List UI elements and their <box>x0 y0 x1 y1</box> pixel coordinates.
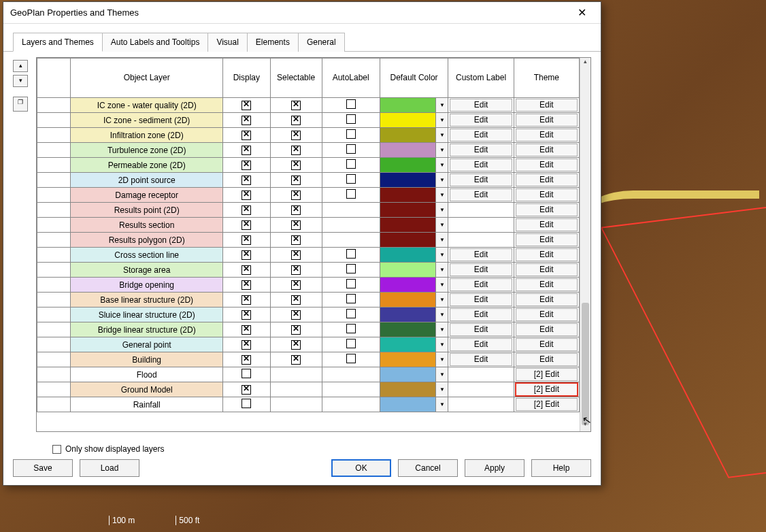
display-cell[interactable] <box>223 203 270 218</box>
display-cell[interactable] <box>223 263 270 278</box>
display-cell[interactable] <box>223 307 270 322</box>
display-cell[interactable] <box>223 143 270 158</box>
display-cell[interactable] <box>223 218 270 233</box>
row-header[interactable] <box>37 352 71 367</box>
selectable-cell[interactable] <box>270 188 322 203</box>
color-swatch[interactable] <box>380 233 436 247</box>
tab-auto-labels-and-tooltips[interactable]: Auto Labels and Tooltips <box>102 33 209 52</box>
custom-label-cell[interactable]: Edit <box>448 307 514 322</box>
row-header[interactable] <box>37 278 71 293</box>
row-header[interactable] <box>37 218 71 233</box>
display-cell[interactable] <box>223 367 270 382</box>
color-dropdown-icon[interactable]: ▼ <box>435 173 448 187</box>
selectable-cell[interactable] <box>270 263 322 278</box>
display-cell[interactable] <box>223 337 270 352</box>
tab-visual[interactable]: Visual <box>207 33 247 52</box>
autolabel-cell[interactable] <box>322 248 380 263</box>
custom-label-cell[interactable]: Edit <box>448 173 514 188</box>
autolabel-cell-checkbox[interactable] <box>346 309 356 318</box>
layer-name-cell[interactable]: Results section <box>71 218 223 233</box>
col-display[interactable]: Display <box>223 59 270 98</box>
custom-label-cell-button[interactable]: Edit <box>450 263 512 276</box>
color-cell[interactable]: ▼ <box>380 218 448 233</box>
theme-cell-button[interactable]: Edit <box>516 248 578 261</box>
color-dropdown-icon[interactable]: ▼ <box>435 382 448 397</box>
color-dropdown-icon[interactable]: ▼ <box>435 233 448 247</box>
custom-label-cell[interactable]: Edit <box>448 188 514 203</box>
row-header[interactable] <box>37 397 71 412</box>
display-cell-checkbox[interactable] <box>242 310 251 320</box>
selectable-cell-checkbox[interactable] <box>291 131 301 140</box>
theme-cell[interactable]: Edit <box>514 278 579 293</box>
theme-cell-button[interactable]: Edit <box>516 218 578 231</box>
row-header[interactable] <box>37 367 71 382</box>
display-cell-checkbox[interactable] <box>242 250 251 260</box>
autolabel-cell[interactable] <box>322 352 380 367</box>
layer-name-cell[interactable]: Flood <box>71 367 223 382</box>
custom-label-cell[interactable]: Edit <box>448 128 514 143</box>
theme-cell[interactable]: Edit <box>514 218 579 233</box>
selectable-cell[interactable] <box>270 337 322 352</box>
custom-label-cell[interactable]: Edit <box>448 98 514 113</box>
display-cell[interactable] <box>223 248 270 263</box>
autolabel-cell[interactable] <box>322 337 380 352</box>
display-cell[interactable] <box>223 233 270 248</box>
display-cell-checkbox[interactable] <box>242 355 251 365</box>
theme-cell[interactable]: Edit <box>514 263 579 278</box>
autolabel-cell-checkbox[interactable] <box>346 114 356 124</box>
selectable-cell-checkbox[interactable] <box>291 280 301 290</box>
display-cell-checkbox[interactable] <box>242 190 251 200</box>
row-header[interactable] <box>37 113 71 128</box>
cancel-button[interactable]: Cancel <box>398 459 458 477</box>
color-cell[interactable]: ▼ <box>380 382 448 397</box>
color-swatch[interactable] <box>380 293 436 307</box>
theme-cell[interactable]: Edit <box>514 188 579 203</box>
selectable-cell[interactable] <box>270 113 322 128</box>
color-swatch[interactable] <box>380 352 436 367</box>
selectable-cell-checkbox[interactable] <box>291 161 301 170</box>
close-icon[interactable]: ✕ <box>568 6 595 19</box>
autolabel-cell[interactable] <box>322 293 380 307</box>
row-header[interactable] <box>37 128 71 143</box>
color-dropdown-icon[interactable]: ▼ <box>435 352 448 367</box>
custom-label-cell[interactable]: Edit <box>448 113 514 128</box>
layer-name-cell[interactable]: Infiltration zone (2D) <box>71 128 223 143</box>
color-cell[interactable]: ▼ <box>380 352 448 367</box>
theme-cell-button[interactable]: Edit <box>516 114 578 127</box>
row-header[interactable] <box>37 293 71 307</box>
display-cell-checkbox[interactable] <box>242 369 251 378</box>
row-header[interactable] <box>37 143 71 158</box>
load-button[interactable]: Load <box>80 459 139 477</box>
only-show-checkbox[interactable] <box>52 445 61 454</box>
selectable-cell[interactable] <box>270 293 322 307</box>
row-header[interactable] <box>37 307 71 322</box>
row-header[interactable] <box>37 188 71 203</box>
color-cell[interactable]: ▼ <box>380 98 448 113</box>
layer-name-cell[interactable]: IC zone - sediment (2D) <box>71 113 223 128</box>
tab-general[interactable]: General <box>298 33 345 52</box>
color-cell[interactable]: ▼ <box>380 397 448 412</box>
display-cell-checkbox[interactable] <box>242 161 251 170</box>
display-cell-checkbox[interactable] <box>242 176 251 185</box>
color-cell[interactable]: ▼ <box>380 143 448 158</box>
theme-cell[interactable]: Edit <box>514 203 579 218</box>
row-header[interactable] <box>37 173 71 188</box>
selectable-cell[interactable] <box>270 352 322 367</box>
custom-label-cell-button[interactable]: Edit <box>450 159 512 171</box>
selectable-cell-checkbox[interactable] <box>291 325 301 335</box>
custom-label-cell-button[interactable]: Edit <box>450 308 512 321</box>
col-autolabel[interactable]: AutoLabel <box>322 59 380 98</box>
theme-cell-button[interactable]: Edit <box>516 203 578 216</box>
display-cell[interactable] <box>223 188 270 203</box>
theme-cell-button[interactable]: Edit <box>516 129 578 142</box>
help-button[interactable]: Help <box>531 459 591 477</box>
layer-name-cell[interactable]: Sluice linear structure (2D) <box>71 307 223 322</box>
tab-elements[interactable]: Elements <box>247 33 299 52</box>
theme-cell[interactable]: [2] Edit <box>514 367 579 382</box>
layer-name-cell[interactable]: 2D point source <box>71 173 223 188</box>
theme-cell[interactable]: Edit <box>514 158 579 173</box>
autolabel-cell[interactable] <box>322 143 380 158</box>
custom-label-cell[interactable]: Edit <box>448 293 514 307</box>
custom-label-cell-button[interactable]: Edit <box>450 338 512 351</box>
color-dropdown-icon[interactable]: ▼ <box>435 113 448 127</box>
